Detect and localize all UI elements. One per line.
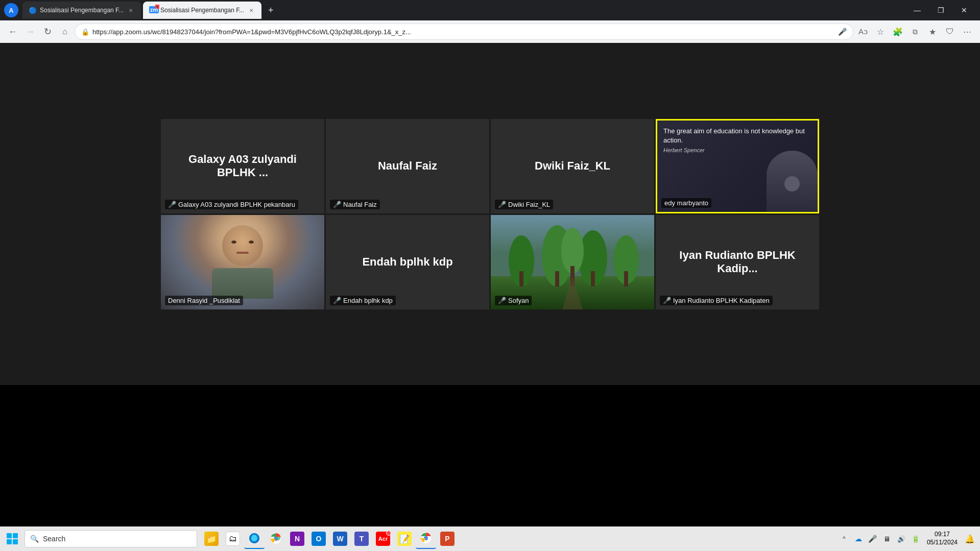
refresh-button[interactable]: ↻ bbox=[40, 24, 55, 39]
tab-1[interactable]: 🔵 Sosialisasi Pengembangan F... ✕ bbox=[22, 2, 141, 19]
tray-battery[interactable]: 🔋 bbox=[910, 533, 922, 545]
edge-icon bbox=[247, 531, 261, 545]
word-icon: W bbox=[333, 532, 347, 546]
denni-video bbox=[161, 215, 324, 309]
teams-taskbar[interactable]: T bbox=[351, 529, 372, 549]
onenote-icon: N bbox=[290, 532, 304, 546]
svg-rect-3 bbox=[519, 271, 523, 286]
lock-icon: 🔒 bbox=[81, 28, 89, 36]
edge-taskbar[interactable] bbox=[244, 529, 265, 549]
svg-rect-9 bbox=[624, 271, 628, 286]
taskbar-tray: ^ ☁ 🎤 🖥 🔊 🔋 09:17 05/11/2024 🔔 bbox=[838, 531, 977, 546]
taskbar-time: 09:17 bbox=[935, 531, 950, 539]
tab-2[interactable]: zm ● Sosialisasi Pengembangan F... ✕ bbox=[143, 2, 261, 19]
home-button[interactable]: ⌂ bbox=[57, 24, 73, 39]
taskbar: 🔍 Search 📁 🗂 N bbox=[0, 526, 980, 551]
file-explorer-taskbar[interactable]: 📁 bbox=[201, 529, 222, 549]
tray-notification[interactable]: 🔔 bbox=[963, 532, 977, 546]
participant-2-name: Naufal Faiz bbox=[343, 201, 377, 208]
tab1-title: Sosialisasi Pengembangan F... bbox=[40, 7, 124, 14]
participant-1-name-center: Galaxy A03 zulyandi BPLHK ... bbox=[169, 153, 316, 179]
address-text: https://app.zoom.us/wc/81948237044/join?… bbox=[92, 28, 835, 36]
forward-button[interactable]: → bbox=[22, 24, 38, 39]
chrome2-icon bbox=[419, 531, 433, 545]
participant-7-overlay: 🎤 Sofyan bbox=[495, 296, 532, 305]
tab2-close[interactable]: ✕ bbox=[247, 6, 255, 14]
file-explorer-icon: 📁 bbox=[204, 532, 219, 546]
favorites-button[interactable]: ☆ bbox=[873, 24, 888, 39]
participant-tile-5: Denni Rasyid _Pusdiklat bbox=[161, 215, 324, 309]
chrome-icon bbox=[269, 532, 283, 546]
participant-6-name-center: Endah bplhk kdp bbox=[362, 255, 452, 269]
mute-icon-1: 🎤 bbox=[168, 201, 176, 208]
participant-3-name-center: Dwiki Faiz_KL bbox=[535, 159, 610, 173]
shield-button[interactable]: 🛡 bbox=[942, 24, 958, 39]
window-controls: — ❐ ✕ bbox=[905, 0, 976, 20]
mute-icon-6: 🎤 bbox=[333, 297, 341, 304]
edy-quote-author: Herbert Spencer bbox=[663, 147, 705, 153]
address-bar[interactable]: 🔒 https://app.zoom.us/wc/81948237044/joi… bbox=[75, 23, 853, 40]
tab1-favicon: 🔵 bbox=[29, 7, 37, 14]
participant-4-name: edy marbyanto bbox=[664, 199, 708, 207]
taskbar-date: 05/11/2024 bbox=[927, 539, 958, 547]
tray-mic[interactable]: 🎤 bbox=[867, 533, 879, 545]
mute-icon-8: 🎤 bbox=[663, 297, 671, 304]
powerpoint-taskbar[interactable]: P bbox=[437, 529, 458, 549]
tray-volume[interactable]: 🔊 bbox=[895, 533, 907, 545]
file-manager-taskbar[interactable]: 🗂 bbox=[223, 529, 243, 549]
participant-2-name-center: Naufal Faiz bbox=[378, 159, 437, 173]
chrome2-taskbar[interactable] bbox=[416, 529, 436, 549]
splitscreen-button[interactable]: ⧉ bbox=[907, 24, 923, 39]
mic-icon[interactable]: 🎤 bbox=[838, 28, 847, 36]
participant-8-name-center: Iyan Rudianto BPLHK Kadip... bbox=[656, 249, 819, 275]
file-manager-icon: 🗂 bbox=[226, 532, 240, 546]
back-button[interactable]: ← bbox=[5, 24, 20, 39]
extensions-button[interactable]: 🧩 bbox=[890, 24, 905, 39]
profile-button[interactable]: A bbox=[4, 3, 18, 17]
new-tab-button[interactable]: + bbox=[264, 3, 278, 17]
taskbar-search[interactable]: 🔍 Search bbox=[25, 530, 197, 547]
minimize-button[interactable]: — bbox=[905, 0, 929, 20]
participant-tile-6: Endah bplhk kdp 🎤 Endah bplhk kdp bbox=[326, 215, 489, 309]
tray-display[interactable]: 🖥 bbox=[881, 533, 893, 545]
mute-icon-7: 🎤 bbox=[498, 297, 506, 304]
tab2-title: Sosialisasi Pengembangan F... bbox=[160, 7, 244, 14]
svg-rect-7 bbox=[591, 271, 595, 286]
menu-button[interactable]: ⋯ bbox=[960, 24, 975, 39]
taskbar-clock[interactable]: 09:17 05/11/2024 bbox=[924, 531, 961, 546]
outlook-icon: O bbox=[312, 532, 326, 546]
onenote-taskbar[interactable]: N bbox=[287, 529, 307, 549]
edy-quote-text: The great aim of education is not knowle… bbox=[663, 127, 811, 145]
mute-icon-3: 🎤 bbox=[498, 201, 506, 208]
svg-rect-5 bbox=[555, 271, 559, 286]
save-button[interactable]: ★ bbox=[925, 24, 940, 39]
edy-person-silhouette bbox=[767, 151, 818, 212]
tray-chevron[interactable]: ^ bbox=[838, 533, 850, 545]
participant-2-overlay: 🎤 Naufal Faiz bbox=[330, 200, 380, 209]
close-button[interactable]: ✕ bbox=[952, 0, 976, 20]
chrome-taskbar[interactable] bbox=[266, 529, 286, 549]
tray-onedrive[interactable]: ☁ bbox=[852, 533, 865, 545]
maximize-button[interactable]: ❐ bbox=[929, 0, 952, 20]
participant-tile-4: The great aim of education is not knowle… bbox=[656, 119, 819, 213]
participant-3-name: Dwiki Faiz_KL bbox=[508, 201, 550, 208]
participant-3-overlay: 🎤 Dwiki Faiz_KL bbox=[495, 200, 553, 209]
outlook-taskbar[interactable]: O bbox=[308, 529, 329, 549]
participant-5-name: Denni Rasyid _Pusdiklat bbox=[168, 297, 240, 304]
stickynotes-taskbar[interactable]: 📝 bbox=[394, 529, 415, 549]
mute-icon-2: 🎤 bbox=[333, 201, 341, 208]
tab1-close[interactable]: ✕ bbox=[127, 6, 135, 14]
participant-6-name: Endah bplhk kdp bbox=[343, 297, 393, 304]
start-button[interactable] bbox=[0, 526, 25, 551]
participant-8-name: Iyan Rudianto BPLHK Kadipaten bbox=[673, 297, 770, 304]
read-aloud-button[interactable]: Aↄ bbox=[855, 24, 871, 39]
participants-grid: Galaxy A03 zulyandi BPLHK ... 🎤 Galaxy A… bbox=[161, 119, 819, 309]
participant-tile-8: Iyan Rudianto BPLHK Kadip... 🎤 Iyan Rudi… bbox=[656, 215, 819, 309]
acrobat-taskbar[interactable]: Acr bbox=[373, 529, 393, 549]
taskbar-apps: 📁 🗂 N O W bbox=[201, 529, 458, 549]
participant-6-overlay: 🎤 Endah bplhk kdp bbox=[330, 296, 396, 305]
participant-tile-7: 🎤 Sofyan bbox=[491, 215, 654, 309]
acrobat-notification bbox=[386, 531, 391, 536]
search-icon: 🔍 bbox=[30, 535, 39, 543]
word-taskbar[interactable]: W bbox=[330, 529, 350, 549]
